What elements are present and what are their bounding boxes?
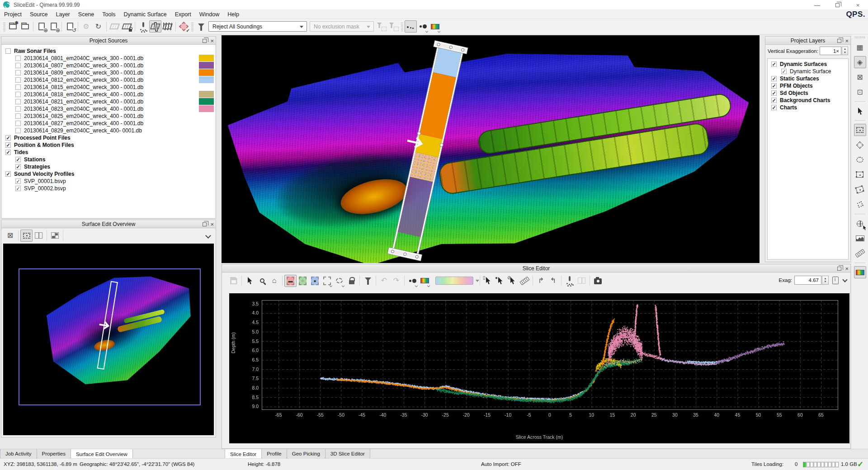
tree-row[interactable]: 20130614_0823_em2040C_wreck_400 - 0001.d… bbox=[2, 105, 215, 113]
tree-row[interactable]: ✓Strategies bbox=[2, 163, 215, 170]
reject-mode-dropdown[interactable]: Reject All Soundings bbox=[208, 21, 307, 32]
filter-funnel-icon[interactable] bbox=[195, 20, 207, 33]
auto-processing-icon[interactable]: ⚙ bbox=[80, 20, 92, 33]
tree-row[interactable]: 20130614_0812_em2040C_wreck_300 - 0001.d… bbox=[2, 76, 215, 84]
slice-plot-canvas[interactable] bbox=[229, 293, 849, 443]
options-chevron-icon[interactable] bbox=[842, 277, 847, 282]
checkbox[interactable]: ✓ bbox=[771, 61, 777, 67]
measure-icon[interactable] bbox=[519, 275, 531, 287]
tab-properties[interactable]: Properties bbox=[37, 449, 71, 459]
tree-row[interactable]: 20130614_0818_em2040C_wreck_400 - 0001.d… bbox=[2, 91, 215, 98]
checkbox[interactable]: ✓ bbox=[781, 69, 787, 74]
zoom-extents-icon[interactable]: ⊠ bbox=[4, 230, 16, 242]
tree-row[interactable]: ✓Charts bbox=[768, 104, 848, 111]
tree-row[interactable]: ✓Processed Point Files bbox=[2, 134, 215, 141]
checkbox[interactable] bbox=[15, 99, 21, 104]
menu-tools[interactable]: Tools bbox=[98, 10, 119, 19]
tree-row[interactable]: ✓Sound Velocity Profiles bbox=[2, 170, 215, 178]
checkbox[interactable]: ✓ bbox=[5, 150, 11, 155]
menu-layer[interactable]: Layer bbox=[52, 10, 74, 19]
split-window-filled-icon[interactable] bbox=[49, 230, 61, 242]
zoom-icon[interactable] bbox=[256, 275, 268, 287]
close-panel-icon[interactable]: × bbox=[210, 38, 214, 44]
camera-icon[interactable] bbox=[592, 275, 604, 287]
spray-pin-icon[interactable] bbox=[563, 275, 576, 287]
tree-row[interactable]: 20130614_0815_em2040C_wreck_300 - 0001.d… bbox=[2, 84, 215, 91]
checkbox[interactable]: ✓ bbox=[771, 76, 777, 81]
rect-select-icon[interactable] bbox=[20, 230, 33, 242]
tab-geo-picking[interactable]: Geo Picking bbox=[287, 449, 326, 459]
pick-annotate-icon[interactable]: ⊘ bbox=[506, 275, 519, 287]
checkbox[interactable]: ✓ bbox=[771, 83, 777, 89]
checkbox[interactable] bbox=[15, 128, 21, 133]
close-panel-icon[interactable]: × bbox=[210, 221, 214, 227]
checkbox[interactable] bbox=[15, 121, 21, 126]
exclusion-area-icon[interactable]: ✓ bbox=[178, 20, 190, 33]
accept-rect-icon[interactable]: ⁘ bbox=[297, 275, 309, 287]
pick-doc-icon[interactable]: ▯ bbox=[482, 275, 494, 287]
build-surface-icon[interactable] bbox=[108, 20, 121, 33]
surface-view-icon[interactable]: ◈ bbox=[854, 56, 866, 68]
float-panel-icon[interactable] bbox=[837, 267, 841, 271]
exag-spinner[interactable]: ▲▼ bbox=[822, 276, 829, 285]
zoom-extents-icon[interactable]: ⊠ bbox=[854, 71, 866, 83]
close-panel-icon[interactable]: × bbox=[845, 266, 849, 272]
tree-row[interactable]: 20130614_0801_em2040C_wreck_300 - 0001.d… bbox=[2, 55, 215, 62]
rect-handles-icon[interactable] bbox=[854, 169, 866, 181]
geo-pick-icon[interactable] bbox=[854, 217, 866, 230]
filter-rect-icon[interactable] bbox=[375, 20, 387, 33]
tree-row[interactable]: ✓Sd Objects bbox=[768, 89, 848, 97]
close-panel-icon[interactable]: × bbox=[845, 38, 849, 44]
point-display-icon[interactable] bbox=[405, 20, 417, 33]
toolbar-drag-handle[interactable] bbox=[855, 36, 865, 38]
checkbox[interactable]: ✓ bbox=[771, 98, 777, 103]
checkbox[interactable] bbox=[5, 48, 11, 54]
cursor-icon[interactable] bbox=[854, 105, 866, 117]
colormap-icon[interactable] bbox=[419, 275, 431, 287]
reject-rect-icon[interactable]: ▬ bbox=[284, 275, 297, 287]
rect-lasso-icon[interactable] bbox=[321, 275, 333, 287]
checkbox[interactable]: ✓ bbox=[5, 135, 11, 141]
pick-point-icon[interactable]: ● bbox=[494, 275, 506, 287]
measure-icon[interactable] bbox=[854, 247, 866, 259]
flag-rect-icon[interactable]: ● bbox=[309, 275, 321, 287]
open-project-icon[interactable] bbox=[19, 20, 31, 33]
toolbar-drag-handle[interactable] bbox=[3, 22, 5, 32]
tree-row[interactable]: ✓Stations bbox=[2, 156, 215, 163]
tree-row[interactable]: ✓PFM Objects bbox=[768, 82, 848, 89]
point-size-icon[interactable] bbox=[417, 20, 429, 33]
checkbox[interactable] bbox=[15, 113, 21, 119]
checkbox[interactable]: ✓ bbox=[5, 142, 11, 148]
checkbox[interactable] bbox=[15, 56, 21, 61]
add-raw-sonar-icon[interactable]: ⊕ bbox=[35, 20, 47, 33]
tree-row[interactable]: ✓Dynamic Surfaces bbox=[768, 61, 848, 68]
menu-dynamic-surface[interactable]: Dynamic Surface bbox=[119, 10, 170, 19]
info-page-icon[interactable] bbox=[832, 277, 839, 284]
filter-expand-icon[interactable] bbox=[387, 20, 400, 33]
checkbox[interactable]: ✓ bbox=[15, 179, 21, 184]
menu-scene[interactable]: Scene bbox=[74, 10, 98, 19]
menu-export[interactable]: Export bbox=[171, 10, 195, 19]
close-button[interactable]: × bbox=[848, 0, 868, 10]
checkbox[interactable] bbox=[15, 92, 21, 97]
checkbox[interactable] bbox=[15, 63, 21, 68]
palette-dropdown[interactable] bbox=[431, 275, 478, 287]
grid-view-icon[interactable]: ▦ bbox=[854, 41, 866, 53]
tree-row[interactable]: 20130614_0807_em2040C_wreck_300 - 0001.d… bbox=[2, 62, 215, 69]
tree-row[interactable]: 20130614_0809_em2040C_wreck_300 - 0001.d… bbox=[2, 69, 215, 76]
tab-surface-edit-overview[interactable]: Surface Edit Overview bbox=[71, 449, 133, 459]
box-3d-icon[interactable]: ⊡ bbox=[854, 86, 866, 98]
tree-row[interactable]: ✓Position & Motion Files bbox=[2, 141, 215, 149]
tree-row[interactable]: 20130614_0821_em2040C_wreck_400 - 0001.d… bbox=[2, 98, 215, 105]
tree-row[interactable]: Raw Sonar Files bbox=[2, 47, 215, 55]
tree-row[interactable]: ✓Background Charts bbox=[768, 97, 848, 104]
tree-row[interactable]: 20130614_0829_em2040C_wreck_400- 0001.db bbox=[2, 127, 215, 134]
tree-row[interactable]: 20130614_0827_em2040C_wreck_400 - 0001.d… bbox=[2, 120, 215, 127]
checkbox[interactable] bbox=[15, 85, 21, 90]
float-panel-icon[interactable] bbox=[837, 39, 841, 43]
swath-edit-icon[interactable] bbox=[161, 20, 174, 33]
menu-window[interactable]: Window bbox=[195, 10, 223, 19]
minimize-button[interactable]: — bbox=[807, 0, 827, 10]
tree-row[interactable]: 20130614_0825_em2040C_wreck_400 - 0001.d… bbox=[2, 113, 215, 120]
add-processed-points-icon[interactable]: ⊕ bbox=[47, 20, 60, 33]
